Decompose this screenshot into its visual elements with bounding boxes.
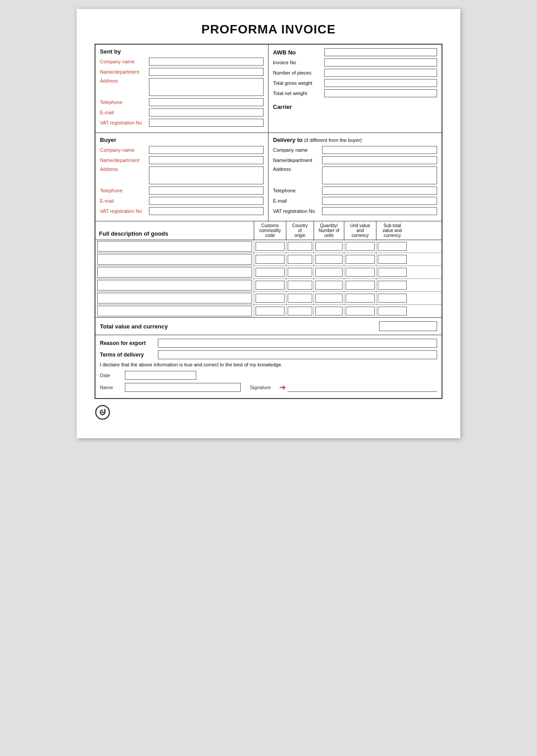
sent-company-input[interactable] bbox=[149, 58, 264, 66]
gross-weight-input[interactable] bbox=[324, 79, 437, 87]
page: PROFORMA INVOICE Sent by Company name Na… bbox=[77, 9, 460, 438]
goods-customs-input-5[interactable] bbox=[256, 294, 285, 303]
reason-export-input[interactable] bbox=[158, 339, 437, 348]
goods-customs-3 bbox=[254, 266, 286, 278]
del-address-input[interactable] bbox=[322, 166, 437, 184]
goods-subtotal-5 bbox=[376, 292, 408, 304]
goods-country-input-6[interactable] bbox=[288, 307, 312, 316]
goods-country-input-1[interactable] bbox=[288, 242, 312, 251]
buyer-email-input[interactable] bbox=[149, 197, 264, 205]
delivery-terms-input[interactable] bbox=[158, 350, 437, 359]
goods-subtotal-input-3[interactable] bbox=[378, 268, 407, 277]
pieces-input[interactable] bbox=[324, 69, 437, 77]
sent-telephone-input[interactable] bbox=[149, 98, 264, 106]
sent-vat-input[interactable] bbox=[149, 119, 264, 127]
goods-quantity-input-5[interactable] bbox=[315, 294, 343, 303]
buyer-vat-label: VAT registration No bbox=[100, 208, 149, 214]
buyer-telephone-input[interactable] bbox=[149, 187, 264, 195]
awb-no-label: AWB No bbox=[273, 49, 324, 56]
goods-quantity-input-6[interactable] bbox=[315, 307, 343, 316]
total-value-input[interactable] bbox=[379, 321, 437, 331]
goods-row-1 bbox=[95, 240, 442, 253]
awb-no-input[interactable] bbox=[324, 48, 437, 56]
goods-desc-input-1[interactable] bbox=[97, 241, 252, 252]
goods-customs-input-2[interactable] bbox=[256, 255, 285, 264]
goods-unit-input-5[interactable] bbox=[346, 294, 375, 303]
invoice-no-input[interactable] bbox=[324, 58, 437, 66]
buyer-vat-input[interactable] bbox=[149, 207, 264, 215]
goods-customs-6 bbox=[254, 305, 286, 317]
buyer-address-row: Address bbox=[100, 166, 264, 184]
del-company-input[interactable] bbox=[322, 146, 437, 154]
buyer-telephone-row: Telephone bbox=[100, 187, 264, 195]
goods-subtotal-input-5[interactable] bbox=[378, 294, 407, 303]
del-vat-row: VAT registration No bbox=[273, 207, 437, 215]
goods-unit-1 bbox=[344, 240, 376, 253]
goods-customs-input-1[interactable] bbox=[256, 242, 285, 251]
sent-email-input[interactable] bbox=[149, 108, 264, 116]
goods-subtotal-input-6[interactable] bbox=[378, 307, 407, 316]
goods-customs-input-6[interactable] bbox=[256, 307, 285, 316]
goods-country-input-4[interactable] bbox=[288, 281, 312, 290]
reason-export-label: Reason for export bbox=[100, 340, 158, 346]
goods-country-3 bbox=[286, 266, 314, 278]
sent-email-row: E-mail bbox=[100, 108, 264, 116]
goods-country-input-2[interactable] bbox=[288, 255, 312, 264]
buyer-company-label: Company name bbox=[100, 147, 149, 153]
goods-desc-input-5[interactable] bbox=[97, 293, 252, 303]
del-telephone-input[interactable] bbox=[322, 187, 437, 195]
logo-icon bbox=[95, 404, 111, 420]
buyer-address-input[interactable] bbox=[149, 166, 264, 184]
goods-subtotal-input-2[interactable] bbox=[378, 255, 407, 264]
name-input[interactable] bbox=[125, 383, 241, 392]
goods-country-input-5[interactable] bbox=[288, 294, 312, 303]
goods-quantity-2 bbox=[314, 253, 344, 266]
goods-customs-input-4[interactable] bbox=[256, 281, 285, 290]
goods-quantity-input-3[interactable] bbox=[315, 268, 343, 277]
goods-desc-4 bbox=[95, 279, 254, 291]
date-input[interactable] bbox=[125, 371, 196, 380]
buyer-address-label: Address bbox=[100, 166, 149, 172]
net-weight-input[interactable] bbox=[324, 89, 437, 97]
goods-desc-input-2[interactable] bbox=[97, 254, 252, 265]
goods-country-5 bbox=[286, 292, 314, 304]
delivery-sub-label: (if different from the buyer) bbox=[304, 137, 362, 143]
goods-unit-input-6[interactable] bbox=[346, 307, 375, 316]
buyer-section: Buyer Company name Name/department Addre… bbox=[95, 133, 268, 221]
goods-subtotal-input-1[interactable] bbox=[378, 242, 407, 251]
goods-desc-input-6[interactable] bbox=[97, 306, 252, 316]
delivery-terms-label: Terms of delivery bbox=[100, 352, 158, 358]
goods-desc-input-4[interactable] bbox=[97, 280, 252, 291]
pieces-row: Number of pieces bbox=[273, 69, 437, 77]
goods-unit-input-2[interactable] bbox=[346, 255, 375, 264]
sent-address-input[interactable] bbox=[149, 78, 264, 96]
gross-weight-label: Total gross weight bbox=[273, 80, 324, 86]
buyer-vat-row: VAT registration No bbox=[100, 207, 264, 215]
goods-desc-input-3[interactable] bbox=[97, 267, 252, 278]
signature-input[interactable] bbox=[288, 383, 437, 392]
goods-quantity-input-4[interactable] bbox=[315, 281, 343, 290]
goods-subtotal-1 bbox=[376, 240, 408, 253]
goods-unit-input-4[interactable] bbox=[346, 281, 375, 290]
goods-customs-input-3[interactable] bbox=[256, 268, 285, 277]
buyer-company-input[interactable] bbox=[149, 146, 264, 154]
buyer-namedept-input[interactable] bbox=[149, 156, 264, 164]
goods-unit-6 bbox=[344, 305, 376, 317]
del-vat-input[interactable] bbox=[322, 207, 437, 215]
goods-quantity-4 bbox=[314, 279, 344, 291]
sent-namedept-input[interactable] bbox=[149, 68, 264, 76]
goods-unit-input-1[interactable] bbox=[346, 242, 375, 251]
goods-country-input-3[interactable] bbox=[288, 268, 312, 277]
goods-subtotal-input-4[interactable] bbox=[378, 281, 407, 290]
invoice-no-label: Invoice No bbox=[273, 60, 324, 65]
goods-quantity-input-1[interactable] bbox=[315, 242, 343, 251]
goods-quantity-input-2[interactable] bbox=[315, 255, 343, 264]
del-namedept-input[interactable] bbox=[322, 156, 437, 164]
sent-address-label: Address bbox=[100, 78, 149, 83]
sent-by-row: Sent by Company name Name/department Add… bbox=[95, 45, 442, 133]
total-row: Total value and currency bbox=[95, 318, 442, 335]
goods-unit-input-3[interactable] bbox=[346, 268, 375, 277]
del-telephone-row: Telephone bbox=[273, 187, 437, 195]
carrier-label: Carrier bbox=[273, 104, 437, 110]
del-email-input[interactable] bbox=[322, 197, 437, 205]
